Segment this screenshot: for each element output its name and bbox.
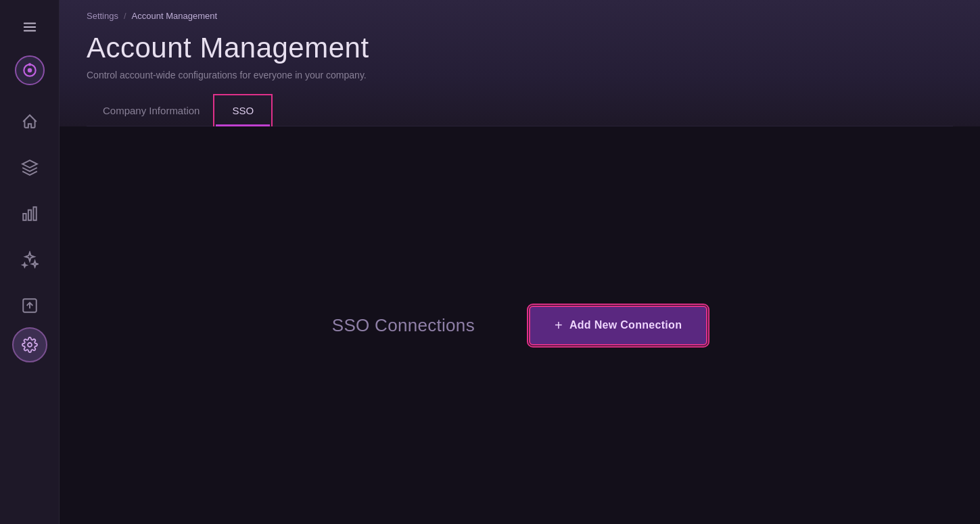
tab-company-information[interactable]: Company Information	[87, 97, 216, 126]
hamburger-button[interactable]	[0, 8, 60, 46]
main-content: Settings / Account Management Account Ma…	[60, 0, 980, 524]
breadcrumb-separator: /	[124, 11, 126, 21]
gear-icon	[22, 337, 38, 353]
page-title: Account Management	[87, 32, 953, 64]
breadcrumb-settings-link[interactable]: Settings	[87, 11, 118, 21]
plus-icon: +	[555, 318, 563, 333]
page-subtitle: Control account-wide configurations for …	[87, 70, 953, 80]
sso-connections-section: SSO Connections + Add New Connection	[305, 279, 734, 373]
breadcrumb: Settings / Account Management	[87, 11, 953, 21]
svg-rect-6	[23, 214, 26, 220]
sidebar-item-analytics[interactable]	[0, 192, 60, 235]
sso-connections-label: SSO Connections	[332, 315, 475, 336]
sidebar-nav	[0, 100, 59, 327]
svg-rect-8	[33, 207, 36, 220]
tab-sso[interactable]: SSO	[216, 97, 270, 126]
add-connection-label: Add New Connection	[569, 319, 682, 331]
sidebar-item-ai[interactable]	[0, 238, 60, 281]
tabs-container: Company Information SSO	[87, 97, 953, 126]
svg-rect-7	[28, 210, 30, 220]
cube-icon	[21, 159, 39, 176]
header: Settings / Account Management Account Ma…	[60, 0, 980, 126]
logo-button[interactable]	[0, 46, 60, 95]
svg-point-4	[27, 68, 32, 73]
chart-icon	[21, 205, 39, 222]
sidebar-item-upload[interactable]	[0, 284, 60, 327]
breadcrumb-current: Account Management	[132, 11, 217, 21]
add-new-connection-button[interactable]: + Add New Connection	[529, 306, 707, 346]
sidebar	[0, 0, 60, 524]
svg-point-5	[28, 63, 30, 66]
content-area: SSO Connections + Add New Connection	[60, 126, 980, 524]
sidebar-item-objects[interactable]	[0, 146, 60, 189]
sidebar-item-home[interactable]	[0, 100, 60, 143]
logo-icon	[21, 62, 39, 79]
sparkle-icon	[21, 251, 39, 268]
settings-button[interactable]	[12, 327, 47, 362]
home-icon	[21, 113, 39, 130]
svg-point-10	[28, 343, 32, 347]
upload-icon	[21, 297, 39, 314]
